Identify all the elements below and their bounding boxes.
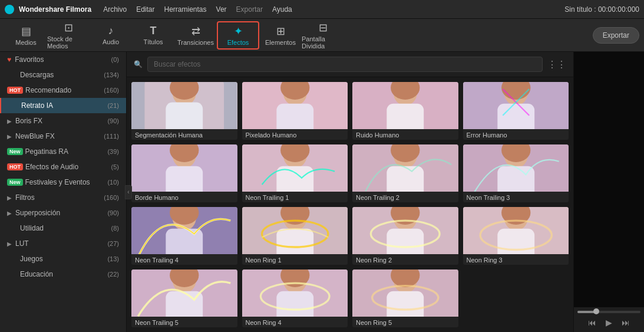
toolbar: ▤ Medios ⊡ Stock de Medios ♪ Audio T Tít… xyxy=(0,19,644,52)
toolbar-audio[interactable]: ♪ Audio xyxy=(90,21,132,50)
sidebar-item-superposicion[interactable]: ▶ Superposición (90) xyxy=(0,205,126,221)
effect-row4c[interactable]: ▼ Neon Ring 5 xyxy=(352,269,458,327)
sidebar-item-boris[interactable]: ▶ Boris FX (90) xyxy=(0,113,126,129)
menu-editar[interactable]: Editar xyxy=(136,5,154,14)
effect-pixelado[interactable]: ▼ Pixelado Humano xyxy=(242,82,348,140)
sidebar-item-filtros[interactable]: ▶ Filtros (160) xyxy=(0,190,126,205)
effect-error[interactable]: ▼ Error Humano xyxy=(463,82,569,140)
sidebar-item-juegos[interactable]: Juegos (13) xyxy=(0,251,126,267)
effect-ruido[interactable]: ▼ Ruido Humano xyxy=(352,82,458,140)
toolbar-audio-label: Audio xyxy=(103,38,119,45)
effect-thumb-nt2: ▼ xyxy=(352,144,458,192)
menu-exportar[interactable]: Exportar xyxy=(236,5,263,14)
main-area: ♥ Favoritos (0) Descargas (134) HOT Reco… xyxy=(0,52,644,332)
effect-nt3[interactable]: ▼ Neon Trailing 3 xyxy=(463,144,569,202)
menu-bar: Archivo Editar Herramientas Ver Exportar… xyxy=(103,5,292,14)
toolbar-efectos-label: Efectos xyxy=(227,39,249,46)
svg-rect-21 xyxy=(166,166,203,192)
toolbar-elementos[interactable]: ⊞ Elementos xyxy=(259,21,302,50)
pantalla-icon: ⊟ xyxy=(319,21,328,34)
arrow-icon-lut: ▶ xyxy=(7,241,12,247)
search-bar: 🔍 ⋮⋮ xyxy=(127,52,573,77)
effect-thumb-nt1: ▼ xyxy=(242,144,348,192)
svg-rect-7 xyxy=(276,104,313,129)
sidebar-item-retrato[interactable]: Retrato IA (21) xyxy=(0,98,126,113)
arrow-icon-boris: ▶ xyxy=(7,118,12,124)
export-button[interactable]: Exportar xyxy=(593,27,639,44)
effect-nr1[interactable]: ▼ Neon Ring 1 xyxy=(242,207,348,265)
effect-label-segmentacion: Segmentación Humana xyxy=(131,129,237,140)
effect-label-error: Error Humano xyxy=(463,129,569,140)
playback-slider-fill xyxy=(577,311,596,313)
toolbar-pantalla-label: Pantalla Dividida xyxy=(302,35,344,50)
efectos-icon: ✦ xyxy=(234,25,243,38)
sidebar-item-festivales[interactable]: New Festivales y Eventos (10) xyxy=(0,175,126,190)
sidebar-item-educacion[interactable]: Educación (22) xyxy=(0,267,126,282)
sidebar-item-efectos-audio[interactable]: HOT Efectos de Audio (5) xyxy=(0,159,126,175)
stock-icon: ⊡ xyxy=(64,21,73,34)
effect-label-row4a: Neon Trailing 5 xyxy=(131,317,237,327)
toolbar-transiciones[interactable]: ⇄ Transiciones xyxy=(174,21,217,50)
svg-rect-29 xyxy=(387,166,424,192)
sidebar-item-newblue[interactable]: ▶ NewBlue FX (111) xyxy=(0,129,126,144)
menu-herramientas[interactable]: Herramientas xyxy=(164,5,207,14)
menu-ver[interactable]: Ver xyxy=(216,5,227,14)
toolbar-medios[interactable]: ▤ Medios xyxy=(5,21,47,50)
sidebar-item-pegatinas[interactable]: New Pegatinas RA (39) xyxy=(0,144,126,159)
effect-thumb-pixelado: ▼ xyxy=(242,82,348,129)
rewind-button[interactable]: ⏮ xyxy=(586,317,599,328)
toolbar-efectos[interactable]: ✦ Efectos xyxy=(217,21,259,50)
sidebar-item-utilidad[interactable]: Utilidad (8) xyxy=(0,221,126,236)
toolbar-stock-label: Stock de Medios xyxy=(47,35,90,50)
effect-thumb-row4a: ▼ xyxy=(131,269,237,317)
effect-nt1[interactable]: ▼ Neon Trailing 1 xyxy=(242,144,348,202)
effect-row4a[interactable]: ▼ Neon Trailing 5 xyxy=(131,269,237,327)
app-logo xyxy=(5,5,14,14)
toolbar-medios-label: Medios xyxy=(15,39,36,46)
svg-rect-60 xyxy=(276,291,313,317)
effect-nt4[interactable]: ▼ Neon Trailing 4 xyxy=(131,207,237,265)
effect-nr3[interactable]: ▼ Neon Ring 3 xyxy=(463,207,569,265)
svg-rect-3 xyxy=(166,102,203,129)
effect-label-nr1: Neon Ring 1 xyxy=(242,254,348,265)
effect-segmentacion[interactable]: ▼ Segmentación Humana xyxy=(131,82,237,140)
effect-label-nr2: Neon Ring 2 xyxy=(352,254,458,265)
arrow-icon-filtros: ▶ xyxy=(7,195,12,201)
play-button[interactable]: ▶ xyxy=(603,317,615,328)
sidebar-item-favoritos[interactable]: ♥ Favoritos (0) xyxy=(0,52,126,67)
effect-thumb-row4c: ▼ xyxy=(352,269,458,317)
forward-button[interactable]: ⏭ xyxy=(619,317,632,328)
effect-thumb-nr3: ▼ xyxy=(463,207,569,254)
effect-label-row4b: Neon Ring 4 xyxy=(242,317,348,327)
effect-row4b[interactable]: ▼ Neon Ring 4 xyxy=(242,269,348,327)
sidebar-collapse-arrow[interactable]: ‹ xyxy=(125,185,132,199)
effect-label-borde: Borde Humano xyxy=(131,192,237,202)
effect-label-nt2: Neon Trailing 2 xyxy=(352,192,458,202)
toolbar-stock[interactable]: ⊡ Stock de Medios xyxy=(47,21,90,50)
playback-slider[interactable] xyxy=(577,311,640,313)
svg-rect-11 xyxy=(387,104,424,129)
transiciones-icon: ⇄ xyxy=(191,25,200,38)
effect-nr2[interactable]: ▼ Neon Ring 2 xyxy=(352,207,458,265)
sidebar-item-recomendado[interactable]: HOT Recomendado (160) xyxy=(0,83,126,98)
audio-icon: ♪ xyxy=(108,25,114,37)
search-icon: 🔍 xyxy=(134,60,143,68)
toolbar-titulos[interactable]: T Títulos xyxy=(132,21,174,50)
effect-thumb-ruido: ▼ xyxy=(352,82,458,129)
effects-grid: ▼ Segmentación Humana ▼ xyxy=(127,77,573,332)
effect-nt2[interactable]: ▼ Neon Trailing 2 xyxy=(352,144,458,202)
grid-view-icon[interactable]: ⋮⋮ xyxy=(547,59,566,70)
effect-label-pixelado: Pixelado Humano xyxy=(242,129,348,140)
menu-ayuda[interactable]: Ayuda xyxy=(272,5,292,14)
effect-borde[interactable]: ▼ Borde Humano xyxy=(131,144,237,202)
effect-thumb-error: ▼ xyxy=(463,82,569,129)
search-input[interactable] xyxy=(147,57,543,72)
sidebar: ♥ Favoritos (0) Descargas (134) HOT Reco… xyxy=(0,52,127,332)
toolbar-pantalla[interactable]: ⊟ Pantalla Dividida xyxy=(302,21,344,50)
sidebar-item-descargas[interactable]: Descargas (134) xyxy=(0,67,126,83)
menu-archivo[interactable]: Archivo xyxy=(103,5,127,14)
toolbar-transiciones-label: Transiciones xyxy=(177,39,214,46)
sidebar-item-lut[interactable]: ▶ LUT (27) xyxy=(0,236,126,251)
effect-label-nt4: Neon Trailing 4 xyxy=(131,254,237,265)
app-name: Wondershare Filmora xyxy=(19,5,91,14)
